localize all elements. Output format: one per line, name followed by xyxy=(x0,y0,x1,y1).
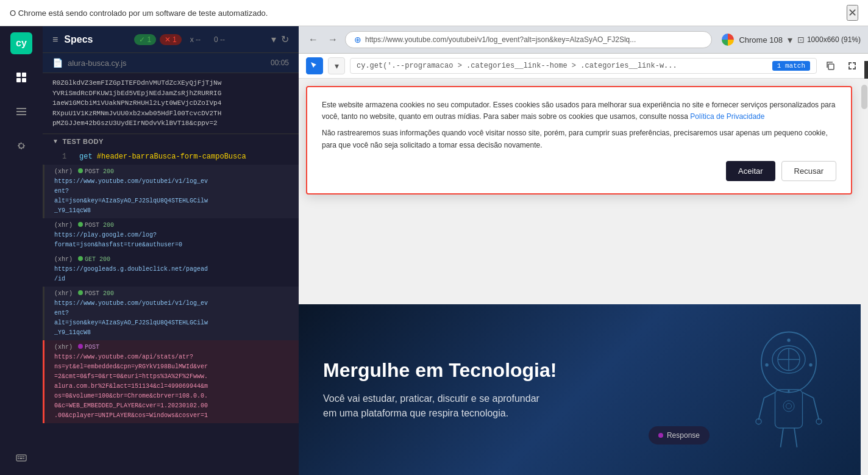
hamburger-icon[interactable]: ≡ xyxy=(52,34,58,45)
browser-panel: ← → ⊕ https://www.youtube.com/youtubei/v… xyxy=(299,26,868,475)
svg-point-33 xyxy=(787,338,790,341)
network-request-1: (xhr) POST 200 https://www.youtube.com/y… xyxy=(43,165,299,218)
browser-name: Chrome 108 xyxy=(739,35,783,45)
response-label: Response xyxy=(667,431,700,440)
chevron-down-icon[interactable]: ▾ xyxy=(788,34,792,46)
test-panel-header: ≡ Specs ✓ 1 ✕ 1 x -- 0 -- ▾ ↻ xyxy=(43,26,299,53)
file-bar: 📄 alura-busca.cy.js 00:05 xyxy=(43,53,299,73)
code-line-2: YVRiSmdRcDFKUW1jbEd5VEpjNEdJamZsRjhZRURR… xyxy=(52,88,289,99)
url-text: https://www.youtube.com/youtubei/v1/log_… xyxy=(365,35,703,44)
test-step-1: 1 get #header-barraBusca-form-campoBusca xyxy=(43,149,299,165)
step-code: get #header-barraBusca-form-campoBusca xyxy=(79,152,246,161)
browser-chrome: ← → ⊕ https://www.youtube.com/youtubei/v… xyxy=(299,26,868,54)
test-content-area: R0ZGlkdVZ3emFIZGpITEFDdnVMUTdZcXEyQjFjTj… xyxy=(43,73,299,475)
svg-rect-1 xyxy=(22,73,26,77)
copy-icon[interactable] xyxy=(822,57,839,74)
response-bubble: Response xyxy=(649,426,710,445)
hero-title: Mergulhe em Tecnologia! xyxy=(323,359,734,382)
cypress-sidebar: cy xyxy=(0,26,43,475)
code-line-5: pMZGJJem42bGszU3UydEIrNDdvVklBVT18&cppv=… xyxy=(52,118,289,129)
scrollbar-thumb[interactable] xyxy=(861,85,867,109)
cookie-text: Este website armazena cookies no seu com… xyxy=(322,99,836,151)
test-section-header: ▼ TEST BODY xyxy=(43,134,299,149)
svg-line-22 xyxy=(764,393,775,398)
svg-line-25 xyxy=(814,398,819,420)
notification-bar: O Chrome está sendo controlado por um so… xyxy=(0,0,868,26)
browser-scrollbar[interactable] xyxy=(861,79,868,475)
code-line-1: R0ZGlkdVZ3emFIZGpITEFDdnVMUTdZcXEyQjFjTj… xyxy=(52,78,289,88)
svg-rect-13 xyxy=(20,458,23,459)
network-request-5: (xhr) POST https://www.youtube.com/api/s… xyxy=(43,340,299,423)
selector-tool-btn[interactable] xyxy=(306,57,323,74)
match-badge: 1 match xyxy=(772,61,810,71)
svg-rect-4 xyxy=(16,108,26,109)
decline-button[interactable]: Recusar xyxy=(781,161,836,181)
svg-rect-12 xyxy=(18,458,19,459)
svg-rect-5 xyxy=(16,111,26,112)
viewport-info: ⊡ 1000x660 (91%) xyxy=(797,35,861,45)
svg-rect-10 xyxy=(21,456,23,457)
file-time: 00:05 xyxy=(271,59,289,67)
svg-line-29 xyxy=(794,428,797,448)
back-button[interactable]: ← xyxy=(306,33,321,46)
svg-point-34 xyxy=(783,401,794,412)
chevron-down-btn[interactable]: ▾ xyxy=(271,34,276,45)
network-request-4: (xhr) POST 200 https://www.youtube.com/y… xyxy=(43,287,299,340)
svg-rect-8 xyxy=(18,456,19,457)
chrome-icon xyxy=(722,34,734,46)
selector-bar: cy.get('.--programacao > .categories__li… xyxy=(350,58,817,74)
accept-button[interactable]: Aceitar xyxy=(726,161,775,181)
expand-icon[interactable] xyxy=(844,57,861,74)
notification-message: O Chrome está sendo controlado por um so… xyxy=(10,9,268,18)
code-line-3: 1aeW1GMCbiM1VUakNPNzRHUHl2Lyt0WEVjcDZoIV… xyxy=(52,98,289,109)
diver-illustration xyxy=(734,323,844,457)
browser-info: Chrome 108 ▾ xyxy=(722,34,792,46)
cookie-actions: Aceitar Recusar xyxy=(322,161,836,181)
file-icon: 📄 xyxy=(52,58,63,68)
browser-viewport: Este website armazena cookies no seu com… xyxy=(299,79,868,475)
svg-rect-2 xyxy=(16,78,21,82)
specs-title: Specs xyxy=(64,34,93,45)
svg-rect-15 xyxy=(828,64,834,70)
sidebar-item-list[interactable] xyxy=(10,101,32,123)
sidebar-item-settings[interactable] xyxy=(10,135,32,157)
test-panel: ≡ Specs ✓ 1 ✕ 1 x -- 0 -- ▾ ↻ 📄 alura-bu… xyxy=(43,26,299,475)
selector-text: cy.get('.--programacao > .categories__li… xyxy=(357,62,769,70)
hero-subtitle: Você vai estudar, praticar, discutir e s… xyxy=(323,391,579,421)
hero-section: Mergulhe em Tecnologia! Você vai estudar… xyxy=(299,304,868,475)
hero-text: Mergulhe em Tecnologia! Você vai estudar… xyxy=(323,359,734,421)
close-button[interactable]: ✕ xyxy=(847,5,858,21)
network-request-2: (xhr) POST 200 https://play.google.com/l… xyxy=(43,218,299,252)
forward-button[interactable]: → xyxy=(326,33,340,46)
target-icon: ⊕ xyxy=(354,35,361,45)
svg-rect-0 xyxy=(16,73,21,77)
file-name: alura-busca.cy.js xyxy=(68,59,127,68)
svg-rect-6 xyxy=(16,114,26,115)
code-block: R0ZGlkdVZ3emFIZGpITEFDdnVMUTdZcXEyQjFjTj… xyxy=(43,73,299,134)
svg-point-31 xyxy=(765,363,768,366)
network-request-3: (xhr) GET 200 https://googleads.g.double… xyxy=(43,252,299,287)
privacy-policy-link[interactable]: Política de Privacidade xyxy=(690,112,764,121)
pass-badge: ✓ 1 xyxy=(134,34,156,45)
chevron-down-btn[interactable]: ▾ xyxy=(328,57,345,74)
cy-toolbar: ▾ cy.get('.--programacao > .categories__… xyxy=(299,54,868,79)
response-dot xyxy=(658,433,663,438)
svg-point-32 xyxy=(809,363,812,366)
pending-badge: 0 -- xyxy=(209,34,230,45)
svg-point-35 xyxy=(786,404,792,409)
svg-line-28 xyxy=(781,428,784,448)
step-number: 1 xyxy=(62,152,74,161)
svg-line-24 xyxy=(759,398,764,420)
svg-rect-3 xyxy=(22,78,26,82)
code-line-4: RXpuU1V1KzRMNmJvUU0xb2xwb05HdFl00TcvcDV2… xyxy=(52,109,289,119)
url-bar[interactable]: ⊕ https://www.youtube.com/youtubei/v1/lo… xyxy=(345,31,712,48)
svg-line-23 xyxy=(803,393,814,398)
sidebar-item-dashboard[interactable] xyxy=(10,66,32,88)
skip-badge: x -- xyxy=(185,34,205,45)
svg-rect-11 xyxy=(23,456,24,457)
svg-rect-9 xyxy=(20,456,21,457)
fail-badge: ✕ 1 xyxy=(160,34,182,45)
sidebar-item-keyboard[interactable] xyxy=(10,447,32,469)
refresh-btn[interactable]: ↻ xyxy=(281,34,289,45)
collapse-arrow[interactable]: ▼ xyxy=(52,138,59,145)
